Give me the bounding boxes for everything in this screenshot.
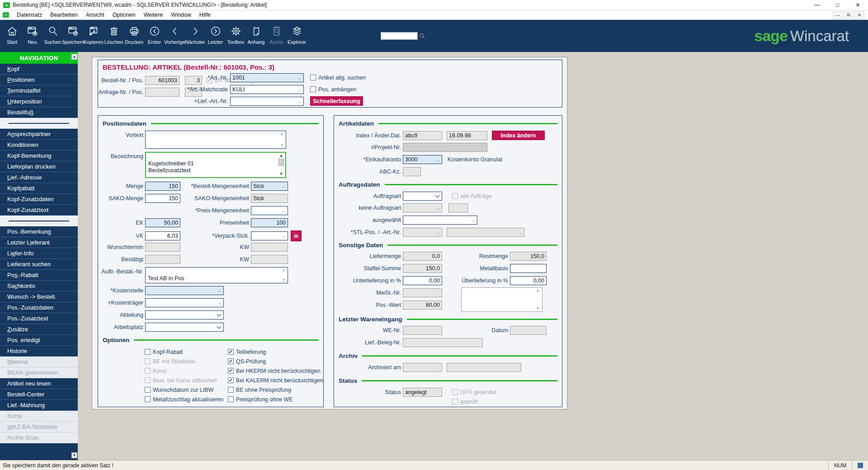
toolbar-start-button[interactable]: Start: [2, 22, 22, 51]
artikel-allg-checkbox[interactable]: [310, 75, 316, 80]
toolbar-archiv-button[interactable]: Archiv: [266, 22, 287, 51]
pos-anhaengen-checkbox[interactable]: [310, 86, 316, 92]
stl-pos-field[interactable]: →: [403, 228, 442, 237]
pos-wert-field[interactable]: 80,00: [403, 301, 442, 310]
scrollbar-thumb[interactable]: [278, 159, 284, 166]
unterlieferung-field[interactable]: 0,00: [403, 276, 442, 285]
sidebar-item-wunsch-bestell-[interactable]: Wunsch -> Bestell.: [0, 291, 78, 302]
checkbox-wunschdatum-zur-libw[interactable]: [145, 387, 151, 393]
toolbar-anhang-button[interactable]: Anhang: [246, 22, 266, 51]
minimize-button[interactable]: —: [807, 0, 827, 10]
sidebar-item-pos-zusatztext[interactable]: Pos.-Zusatztext: [0, 313, 78, 324]
ueberlieferung-field[interactable]: 0,00: [510, 276, 547, 285]
mwst-field[interactable]: [403, 288, 442, 297]
lookup-arrow-icon[interactable]: →: [281, 233, 286, 239]
checkbox-kopf-rabatt[interactable]: [145, 349, 151, 355]
lookup-arrow-icon[interactable]: →: [217, 287, 222, 294]
checkbox-bei-kalerm-nicht-berücksichtigen[interactable]: [228, 377, 234, 383]
mdi-restore-button[interactable]: ⧉: [844, 11, 854, 19]
sidebar-item-liefer-info[interactable]: Liefer-Info: [0, 248, 78, 259]
bezeichnung-scrollbar[interactable]: ▲ ▼: [278, 154, 284, 176]
alle-auftraege-checkbox[interactable]: [452, 193, 458, 199]
checkbox-metallzuschlag-aktualisieren[interactable]: [145, 396, 151, 402]
toolbar-suchen-button[interactable]: Suchen: [42, 22, 63, 51]
toolbar-drucken-button[interactable]: Drucken: [124, 22, 144, 51]
projekt-field[interactable]: [403, 143, 487, 152]
sidebar-item-kopfrabatt[interactable]: Kopfrabatt: [0, 183, 78, 194]
menge-field[interactable]: 150: [145, 182, 180, 191]
checkbox-be-mit-stückliste[interactable]: [145, 358, 151, 364]
checkbox-be-ohne-preisprüfung[interactable]: [228, 387, 234, 393]
toolbar-erster-button[interactable]: Erster: [144, 22, 165, 51]
lookup-arrow-icon[interactable]: →: [217, 300, 222, 306]
sidebar-scroll-down-icon[interactable]: ▼: [71, 452, 77, 458]
auftragsart-dropdown[interactable]: [403, 192, 442, 201]
maximize-button[interactable]: □: [827, 0, 848, 10]
einkaufskonto-field[interactable]: 3000→: [403, 155, 442, 164]
status-field[interactable]: angelegt: [403, 388, 442, 397]
chevron-up-icon[interactable]: ▲: [282, 268, 286, 272]
lookup-arrow-icon[interactable]: →: [517, 229, 523, 235]
sidebar-item-lieferant-suchen[interactable]: Lieferant suchen: [0, 259, 78, 270]
sidebar-item-pos-rabatt[interactable]: Pos.-Rabatt: [0, 270, 78, 281]
sidebar-item-ansprechpartner[interactable]: Ansprechpartner: [0, 129, 78, 140]
sidebar-item-kopf-zusatzdaten[interactable]: Kopf-Zusatzdaten: [0, 194, 78, 205]
sidebar-item-material[interactable]: Material: [0, 357, 78, 367]
checkbox-qs-prüfung[interactable]: [228, 358, 234, 364]
matchcode-field[interactable]: KULI→: [230, 85, 304, 94]
sako-me-field[interactable]: Stck: [251, 194, 288, 203]
checkbox-bei-hkerm-nicht-berücksichtigen[interactable]: [228, 368, 234, 374]
sako-menge-field[interactable]: 150: [145, 194, 180, 203]
kostentraeger-field[interactable]: →: [145, 298, 224, 307]
checkbox-konsi[interactable]: [145, 368, 151, 374]
chevron-up-icon[interactable]: ▲: [536, 289, 540, 292]
verpack-field[interactable]: →: [251, 231, 288, 240]
archiviert-am-field-2[interactable]: [447, 363, 521, 372]
vk-field[interactable]: 6,03: [145, 231, 180, 240]
sidebar-item-konsi[interactable]: Konsi: [0, 411, 78, 422]
sidebar-item-sachkonto[interactable]: Sachkonto: [0, 281, 78, 291]
sidebar-item-bestell-center[interactable]: Bestell-Center: [0, 389, 78, 400]
sidebar-item-bean-übernehmen[interactable]: BEAN übernehmen: [0, 367, 78, 378]
menu-window[interactable]: Window: [167, 11, 195, 19]
arbeitsplatz-dropdown[interactable]: [145, 323, 224, 332]
menu-optionen[interactable]: Optionen: [108, 11, 140, 19]
menu-bearbeiten[interactable]: Bearbeiten: [46, 11, 81, 19]
datum-field[interactable]: [510, 326, 547, 335]
lookup-arrow-icon[interactable]: →: [281, 207, 286, 214]
lookup-arrow-icon[interactable]: →: [435, 205, 440, 211]
kostenstelle-field[interactable]: →: [145, 286, 224, 295]
sidebar-item-pos-erledigt[interactable]: Pos. erledigt: [0, 335, 78, 346]
ek-field[interactable]: 50,00: [145, 218, 180, 227]
menu-datensatz[interactable]: Datensatz: [13, 11, 46, 19]
auftr-bestaet-textarea[interactable]: Test AB in Pos ▲▼: [145, 267, 288, 283]
staffel-field[interactable]: 150,0: [403, 264, 442, 273]
toolbar-kopieren-button[interactable]: Kopieren: [83, 22, 104, 51]
dfue-checkbox[interactable]: [452, 389, 458, 395]
sidebar-item-kopf-bemerkung[interactable]: Kopf-Bemerkung: [0, 150, 78, 161]
scroll-down-icon[interactable]: ▼: [279, 172, 283, 176]
preiseinheit-field[interactable]: 100: [251, 218, 288, 227]
toolbar-l-schen-button[interactable]: Löschen: [104, 22, 124, 51]
sidebar-item-wkz-ba-stückliste[interactable]: WKZ-BA-Stückliste: [0, 422, 78, 432]
sidebar-item-unterposition[interactable]: Unterposition: [0, 96, 78, 107]
toolbar-neu-button[interactable]: Neu: [22, 22, 42, 51]
lookup-arrow-icon[interactable]: →: [297, 86, 302, 93]
abteilung-dropdown[interactable]: [145, 310, 224, 320]
lookup-arrow-icon[interactable]: →: [297, 75, 302, 81]
menu-weitere[interactable]: Weitere: [139, 11, 167, 19]
toolbar-speichern-button[interactable]: Speichern: [63, 22, 83, 51]
sidebar-item-pos-bemerkung[interactable]: Pos.-Bemerkung: [0, 226, 78, 237]
menu-hilfe[interactable]: Hilfe: [195, 11, 215, 19]
sidebar-item-kopf-zusatztext[interactable]: Kopf-Zusatztext: [0, 205, 78, 216]
sidebar-item-terminstaffel[interactable]: Terminstaffel: [0, 85, 78, 96]
schnellerfassung-button[interactable]: Schnellerfassung: [310, 96, 363, 106]
lookup-arrow-icon[interactable]: →: [281, 183, 286, 189]
preis-me-field[interactable]: →: [251, 206, 288, 215]
toolbar-vorherige-button[interactable]: Vorherige: [165, 22, 185, 51]
vortext-textarea[interactable]: ▲▼: [145, 131, 286, 149]
sidebar-item-lief-adresse[interactable]: Lief.-Adresse: [0, 172, 78, 183]
bezeichnung-textarea[interactable]: Kugelschreiber 01 Bestellzusatztext ▲ ▼: [145, 152, 286, 178]
aender-dat-field[interactable]: 16.09.98: [447, 131, 487, 140]
sidebar-item-letzter-lieferant[interactable]: Letzter Lieferant: [0, 237, 78, 248]
